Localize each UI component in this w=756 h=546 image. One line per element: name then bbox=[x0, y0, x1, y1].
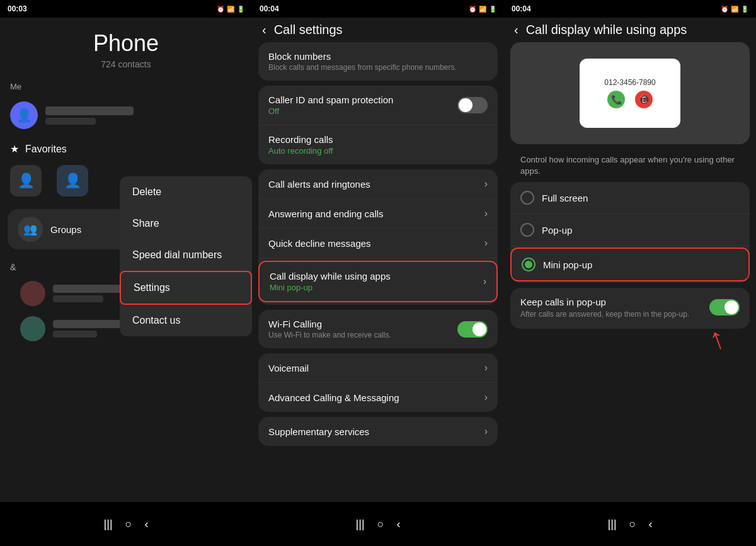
supplementary-text: Supplementary services bbox=[268, 426, 484, 437]
favorites-label: Favorites bbox=[25, 144, 67, 155]
preview-section: 012-3456-7890 📞 📵 bbox=[510, 42, 750, 144]
answering-ending-text: Answering and ending calls bbox=[268, 208, 484, 219]
option-fullscreen[interactable]: Full screen bbox=[510, 182, 750, 214]
keep-calls-text: Keep calls in pop-up After calls are ans… bbox=[520, 297, 709, 320]
settings-card-1: Block numbers Block calls and messages f… bbox=[258, 42, 498, 81]
settings-card-6: Supplementary services › bbox=[258, 417, 498, 446]
nav-home-icon-2[interactable]: ○ bbox=[377, 518, 384, 531]
call-alerts-item[interactable]: Call alerts and ringtones › bbox=[258, 169, 498, 199]
dropdown-settings[interactable]: Settings bbox=[120, 271, 252, 305]
block-numbers-text: Block numbers Block calls and messages f… bbox=[268, 51, 488, 72]
wifi-calling-sub: Use Wi-Fi to make and receive calls. bbox=[268, 331, 457, 339]
answering-ending-item[interactable]: Answering and ending calls › bbox=[258, 199, 498, 229]
advanced-calling-item[interactable]: Advanced Calling & Messaging › bbox=[258, 383, 498, 412]
display-options-card: Full screen Pop-up Mini pop-up bbox=[510, 182, 750, 283]
call-preview-card: 012-3456-7890 📞 📵 bbox=[580, 59, 680, 128]
advanced-calling-title: Advanced Calling & Messaging bbox=[268, 392, 484, 403]
dropdown-delete[interactable]: Delete bbox=[120, 176, 252, 208]
phone-title-section: Phone 724 contacts bbox=[0, 18, 252, 76]
advanced-calling-chevron: › bbox=[484, 392, 488, 403]
dropdown-share[interactable]: Share bbox=[120, 208, 252, 239]
keep-calls-toggle[interactable] bbox=[709, 299, 740, 316]
nav-home-icon-3[interactable]: ○ bbox=[629, 518, 636, 531]
block-numbers-title: Block numbers bbox=[268, 51, 488, 62]
nav-back-icon[interactable]: ‹ bbox=[144, 518, 148, 531]
call-display-item[interactable]: Call display while using apps Mini pop-u… bbox=[258, 261, 498, 302]
recording-calls-item[interactable]: Recording calls Auto recording off bbox=[258, 125, 498, 164]
me-contact-row[interactable]: 👤 bbox=[0, 95, 252, 135]
panel-call-display: 00:04 ⏰ 📶 🔋 ‹ Call display while using a… bbox=[504, 0, 756, 546]
section-me-label: Me bbox=[0, 76, 252, 95]
caller-id-item[interactable]: Caller ID and spam protection Off bbox=[258, 86, 498, 125]
recording-calls-title: Recording calls bbox=[268, 134, 488, 145]
nav-home-icon[interactable]: ○ bbox=[125, 518, 132, 531]
quick-decline-chevron: › bbox=[484, 237, 488, 249]
contact-avatar-1 bbox=[20, 281, 45, 306]
alarm-icon-3: ⏰ bbox=[721, 6, 728, 13]
recording-calls-sub: Auto recording off bbox=[268, 146, 488, 156]
me-name-blur bbox=[45, 106, 134, 115]
quick-decline-item[interactable]: Quick decline messages › bbox=[258, 229, 498, 258]
option-minipopup[interactable]: Mini pop-up bbox=[510, 247, 750, 282]
system-nav-3: ||| ○ ‹ bbox=[598, 518, 663, 531]
keep-calls-toggle-knob bbox=[724, 300, 738, 314]
option-popup-label: Pop-up bbox=[542, 225, 572, 236]
radio-minipopup[interactable] bbox=[522, 258, 536, 271]
call-display-sub: Mini pop-up bbox=[270, 283, 483, 292]
me-sub-blur bbox=[45, 118, 96, 125]
settings-card-3: Call alerts and ringtones › Answering an… bbox=[258, 169, 498, 305]
caller-id-toggle-knob bbox=[459, 98, 472, 112]
battery-icon: 🔋 bbox=[237, 6, 244, 13]
voicemail-chevron: › bbox=[484, 362, 488, 373]
panel3-content: 012-3456-7890 📞 📵 Control how incoming c… bbox=[504, 42, 756, 502]
nav-lines-icon-2[interactable]: ||| bbox=[356, 518, 365, 531]
nav-lines-icon[interactable]: ||| bbox=[104, 518, 113, 531]
me-avatar-icon: 👤 bbox=[16, 108, 32, 123]
system-nav-1: ||| ○ ‹ bbox=[94, 518, 159, 531]
dropdown-speed-dial[interactable]: Speed dial numbers bbox=[120, 239, 252, 271]
option-popup[interactable]: Pop-up bbox=[510, 214, 750, 246]
me-avatar: 👤 bbox=[10, 101, 38, 129]
radio-fullscreen[interactable] bbox=[520, 191, 534, 205]
battery-icon-2: 🔋 bbox=[489, 6, 496, 13]
voicemail-text: Voicemail bbox=[268, 363, 484, 373]
favorites-row[interactable]: ★ Favorites bbox=[0, 135, 252, 162]
answering-ending-chevron: › bbox=[484, 208, 488, 219]
quick-decline-text: Quick decline messages bbox=[268, 238, 484, 249]
option-fullscreen-label: Full screen bbox=[542, 193, 588, 203]
call-alerts-text: Call alerts and ringtones bbox=[268, 179, 484, 190]
quick-decline-title: Quick decline messages bbox=[268, 238, 484, 249]
bottom-nav-3: ||| ○ ‹ bbox=[504, 502, 756, 546]
bottom-nav-2: ||| ○ ‹ bbox=[252, 502, 504, 546]
call-settings-header: ‹ Call settings bbox=[252, 18, 504, 42]
caller-id-toggle[interactable] bbox=[457, 97, 488, 113]
panel-call-settings: 00:04 ⏰ 📶 🔋 ‹ Call settings Block number… bbox=[252, 0, 504, 546]
fav-avatar-2: 👤 bbox=[57, 165, 88, 196]
status-bar-1: 00:03 ⏰ 📶 🔋 bbox=[0, 0, 252, 18]
voicemail-item[interactable]: Voicemail › bbox=[258, 353, 498, 383]
call-display-header-title: Call display while using apps bbox=[526, 23, 687, 37]
system-nav-2: ||| ○ ‹ bbox=[346, 518, 411, 531]
nav-back-icon-3[interactable]: ‹ bbox=[648, 518, 652, 531]
block-numbers-item[interactable]: Block numbers Block calls and messages f… bbox=[258, 42, 498, 81]
nav-back-icon-2[interactable]: ‹ bbox=[396, 518, 400, 531]
time-3: 00:04 bbox=[512, 4, 531, 13]
back-button-3[interactable]: ‹ bbox=[514, 23, 518, 37]
preview-decline-icon: 📵 bbox=[635, 91, 653, 108]
phone-title: Phone bbox=[0, 30, 252, 57]
wifi-calling-text: Wi-Fi Calling Use Wi-Fi to make and rece… bbox=[268, 319, 457, 339]
wifi-icon: 📶 bbox=[227, 6, 234, 13]
supplementary-item[interactable]: Supplementary services › bbox=[258, 417, 498, 446]
call-display-chevron: › bbox=[483, 276, 486, 287]
call-display-title: Call display while using apps bbox=[270, 271, 483, 282]
wifi-calling-toggle[interactable] bbox=[457, 321, 488, 338]
answering-ending-title: Answering and ending calls bbox=[268, 208, 484, 219]
dropdown-contact-us[interactable]: Contact us bbox=[120, 305, 252, 336]
call-alerts-chevron: › bbox=[484, 178, 488, 190]
nav-lines-icon-3[interactable]: ||| bbox=[608, 518, 617, 531]
wifi-calling-item[interactable]: Wi-Fi Calling Use Wi-Fi to make and rece… bbox=[258, 310, 498, 348]
radio-popup[interactable] bbox=[520, 223, 534, 237]
back-button-2[interactable]: ‹ bbox=[262, 23, 266, 37]
groups-avatar: 👥 bbox=[18, 217, 43, 242]
settings-card-2: Caller ID and spam protection Off Record… bbox=[258, 86, 498, 164]
